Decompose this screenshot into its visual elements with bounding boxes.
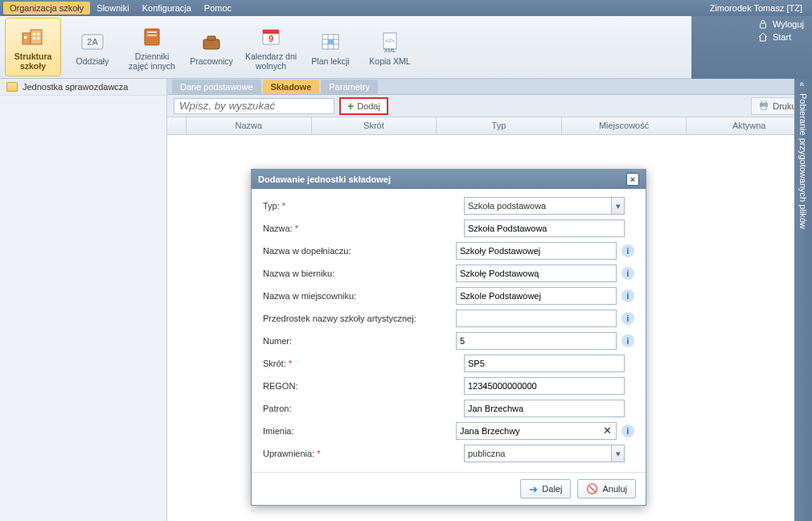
svg-rect-2 xyxy=(31,30,42,44)
ribbon-oddzialy-label: Oddziały xyxy=(76,57,109,67)
field-typ: Typ: * Szkoła podstawowa ▾ xyxy=(263,197,634,215)
tab-skladowe[interactable]: Składowe xyxy=(263,80,320,94)
input-regon[interactable] xyxy=(464,377,625,395)
ribbon-xml[interactable]: XML</> Kopia XML xyxy=(362,18,418,76)
svg-rect-11 xyxy=(147,31,157,33)
input-nazwa[interactable] xyxy=(464,219,625,237)
start-label: Start xyxy=(773,32,791,42)
col-miejscowosc[interactable]: Miejscowość xyxy=(562,117,687,134)
svg-text:9: 9 xyxy=(269,34,273,43)
printer-icon xyxy=(758,101,769,112)
folder-icon xyxy=(6,82,18,92)
col-nazwa[interactable]: Nazwa xyxy=(187,117,312,134)
close-icon[interactable]: × xyxy=(626,173,639,186)
input-biernik[interactable] xyxy=(456,265,617,282)
menu-pomoc[interactable]: Pomoc xyxy=(198,2,238,14)
journal-icon xyxy=(138,23,166,51)
info-icon[interactable]: i xyxy=(621,289,634,302)
ribbon-kalendarz[interactable]: 9 Kalendarz dni wolnych xyxy=(243,18,299,76)
tab-dane[interactable]: Dane podstawowe xyxy=(172,80,261,94)
lock-icon xyxy=(758,19,768,29)
label-skrot: Skrót: xyxy=(263,359,286,368)
input-dopelniacz[interactable] xyxy=(456,242,617,260)
search-input[interactable] xyxy=(174,98,334,114)
input-numer[interactable] xyxy=(456,332,617,350)
sidebar-item-label: Jednostka sprawozdawcza xyxy=(23,82,128,92)
menu-organizacja[interactable]: Organizacja szkoły xyxy=(3,2,90,14)
start-link[interactable]: Start xyxy=(758,32,804,42)
tab-parametry[interactable]: Parametry xyxy=(321,80,378,94)
cancel-button[interactable]: 🚫 Anuluj xyxy=(577,479,636,498)
chevron-down-icon: ▾ xyxy=(611,445,624,462)
select-typ[interactable]: Szkoła podstawowa ▾ xyxy=(464,197,625,215)
ribbon-xml-label: Kopia XML xyxy=(369,57,410,67)
info-icon[interactable]: i xyxy=(621,312,634,325)
ribbon-dzienniki[interactable]: Dzienniki zajęć innych xyxy=(124,18,180,76)
info-icon[interactable]: i xyxy=(621,334,634,347)
label-patron: Patron: xyxy=(263,404,291,413)
field-skrot: Skrót: * xyxy=(263,355,634,372)
ribbon-structure-label: Struktura szkoły xyxy=(7,52,59,71)
next-label: Dalej xyxy=(542,484,562,494)
svg-rect-12 xyxy=(147,35,157,36)
info-icon[interactable]: i xyxy=(621,267,634,280)
input-imienia[interactable] xyxy=(456,422,617,440)
chevron-left-icon: « xyxy=(798,82,806,87)
label-uprawnienia: Uprawnienia: xyxy=(263,449,314,458)
col-checkbox xyxy=(167,117,187,134)
col-skrot[interactable]: Skrót xyxy=(312,117,437,134)
clear-icon[interactable]: ✕ xyxy=(603,425,612,437)
svg-rect-4 xyxy=(37,33,39,35)
menubar: Organizacja szkoły Słowniki Konfiguracja… xyxy=(0,0,812,16)
field-dopelniacz: Nazwa w dopełniaczu: i xyxy=(263,242,634,260)
menu-slowniki[interactable]: Słowniki xyxy=(90,2,135,14)
label-imienia: Imienia: xyxy=(263,426,294,436)
modal-title-bar: Dodawanie jednostki składowej × xyxy=(252,170,646,189)
ribbon-pracownicy[interactable]: Pracownicy xyxy=(183,18,240,76)
field-uprawnienia: Uprawnienia: * publiczna ▾ xyxy=(263,445,634,462)
label-biernik: Nazwa w bierniku: xyxy=(263,269,334,278)
info-icon[interactable]: i xyxy=(621,244,634,257)
field-imienia: Imienia: ✕ i xyxy=(263,422,634,440)
svg-rect-14 xyxy=(207,36,215,40)
cancel-icon: 🚫 xyxy=(586,483,598,494)
add-button[interactable]: + Dodaj xyxy=(339,97,388,115)
input-przedrostek[interactable] xyxy=(456,310,617,327)
logout-label: Wyloguj xyxy=(773,19,804,29)
current-user: Zimorodek Tomasz [TZ] xyxy=(703,2,809,14)
calendar-icon: 9 xyxy=(257,23,285,51)
col-typ[interactable]: Typ xyxy=(437,117,562,134)
logout-link[interactable]: Wyloguj xyxy=(758,19,804,29)
ribbon-oddzialy[interactable]: 2A Oddziały xyxy=(64,18,121,76)
svg-rect-23 xyxy=(328,39,334,44)
add-label: Dodaj xyxy=(357,101,380,111)
next-button[interactable]: ➔ Dalej xyxy=(520,479,571,498)
modal-footer: ➔ Dalej 🚫 Anuluj xyxy=(252,472,646,505)
ribbon-plan[interactable]: Plan lekcji xyxy=(302,18,359,76)
menu-konfiguracja[interactable]: Konfiguracja xyxy=(136,2,198,14)
field-numer: Numer: i xyxy=(263,332,634,350)
modal-body: Typ: * Szkoła podstawowa ▾ Nazwa: * Nazw… xyxy=(252,189,646,472)
modal-add-unit: Dodawanie jednostki składowej × Typ: * S… xyxy=(251,169,646,506)
ribbon-dzienniki-label: Dzienniki zajęć innych xyxy=(125,52,178,71)
ribbon-structure[interactable]: Struktura szkoły xyxy=(5,18,61,76)
svg-rect-6 xyxy=(37,37,39,39)
select-typ-value: Szkoła podstawowa xyxy=(468,201,546,211)
sidebar: Jednostka sprawozdawcza xyxy=(0,79,167,521)
input-skrot[interactable] xyxy=(464,355,625,372)
select-uprawnienia[interactable]: publiczna ▾ xyxy=(464,445,625,462)
sidebar-item-jednostka[interactable]: Jednostka sprawozdawcza xyxy=(0,79,166,96)
svg-rect-13 xyxy=(203,39,219,49)
right-panel-collapsed[interactable]: « Pobieranie przygotowanych plików xyxy=(794,79,812,521)
label-miejscownik: Nazwa w miejscowniku: xyxy=(263,291,356,301)
ribbon-kalendarz-label: Kalendarz dni wolnych xyxy=(244,52,297,71)
field-regon: REGON: xyxy=(263,377,634,395)
ribbon-pracownicy-label: Pracownicy xyxy=(190,57,233,67)
employees-icon xyxy=(198,28,225,55)
col-aktywna[interactable]: Aktywna xyxy=(687,117,812,134)
info-icon[interactable]: i xyxy=(621,425,634,437)
input-miejscownik[interactable] xyxy=(456,287,617,305)
modal-title: Dodawanie jednostki składowej xyxy=(258,174,391,184)
svg-text:2A: 2A xyxy=(87,37,98,47)
input-patron[interactable] xyxy=(464,400,625,417)
